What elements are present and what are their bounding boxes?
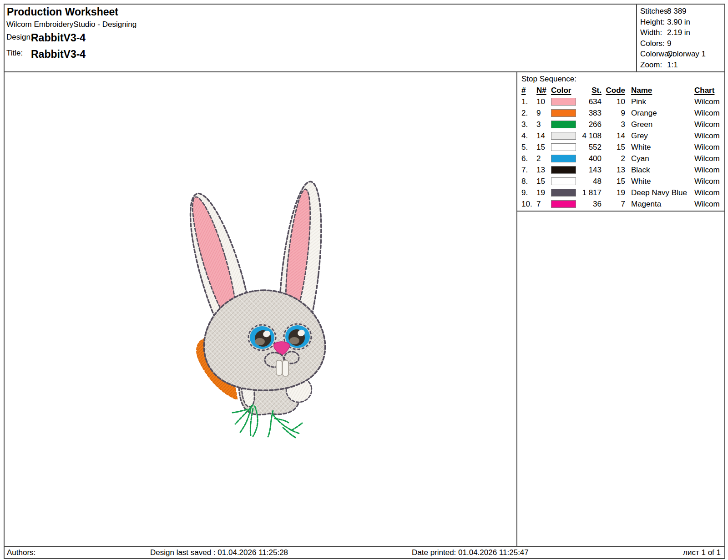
row-stitches: 400 [579,153,602,164]
row-n: 3 [536,119,551,130]
stop-sequence-table: # N# Color St. Code Name Chart 1. 10 634… [521,85,724,210]
row-n: 2 [536,153,551,164]
row-code: 2 [602,153,625,164]
row-chart: Wilcom [693,153,724,164]
row-stitches: 4 108 [579,130,602,141]
row-color [551,107,579,119]
stat-zoom-label: Zoom: [640,60,667,71]
row-code: 15 [602,141,625,153]
row-color-name: Pink [625,96,693,107]
row-chart: Wilcom [693,198,724,210]
row-color-name: Grey [625,130,693,141]
rabbit-teeth [276,360,288,376]
col-header-n: N# [536,85,551,96]
page-title: Production Worksheet [7,6,118,18]
color-swatch [551,143,576,151]
row-color [551,187,579,198]
row-n: 15 [536,176,551,187]
col-header-code: Code [602,85,625,96]
row-code: 14 [602,130,625,141]
stat-colors: Colors:9 [640,38,724,49]
color-swatch [551,121,576,128]
production-worksheet-page: { "header": { "title": "Production Works… [0,0,728,560]
col-header-name: Name [625,85,693,96]
row-num: 7. [521,164,536,176]
stop-sequence-panel: Stop Sequence: # N# Color St. Code Name … [516,72,724,546]
stat-colorway-label: Colorway: [640,49,667,60]
color-swatch [551,166,576,174]
stat-stitches-label: Stitches: [640,6,667,17]
row-n: 13 [536,164,551,176]
stat-width-label: Width: [640,27,667,38]
color-swatch [551,177,576,185]
row-chart: Wilcom [693,107,724,119]
row-color-name: Deep Navy Blue [625,187,693,198]
color-swatch [551,155,576,162]
row-num: 2. [521,107,536,119]
row-stitches: 143 [579,164,602,176]
row-color-name: Cyan [625,153,693,164]
row-code: 3 [602,119,625,130]
color-swatch [551,109,576,117]
title-name: RabbitV3-4 [31,48,86,61]
design-stats-panel: Stitches:8 389 Height:3.90 in Width:2.19… [636,5,724,71]
row-n: 9 [536,107,551,119]
row-stitches: 552 [579,141,602,153]
row-color [551,130,579,141]
app-subtitle: Wilcom EmbroideryStudio - Designing [6,20,136,29]
row-chart: Wilcom [693,96,724,107]
color-swatch [551,189,576,197]
row-num: 4. [521,130,536,141]
row-color [551,164,579,176]
row-stitches: 383 [579,107,602,119]
color-swatch [551,200,576,208]
row-code: 7 [602,198,625,210]
row-chart: Wilcom [693,119,724,130]
design-canvas [5,72,516,546]
row-num: 9. [521,187,536,198]
row-num: 1. [521,96,536,107]
stat-colorway-value: Colorway 1 [667,50,706,58]
row-n: 10 [536,96,551,107]
stat-height-value: 3.90 in [667,18,690,26]
row-color-name: Green [625,119,693,130]
row-stitches: 48 [579,176,602,187]
row-color-name: White [625,176,693,187]
row-color [551,176,579,187]
stat-width-value: 2.19 in [667,28,690,37]
row-num: 8. [521,176,536,187]
stat-zoom: Zoom:1:1 [640,60,724,71]
row-n: 15 [536,141,551,153]
row-stitches: 1 817 [579,187,602,198]
stop-sequence-box: Stop Sequence: # N# Color St. Code Name … [517,72,724,212]
stat-stitches-value: 8 389 [667,7,687,15]
row-num: 3. [521,119,536,130]
row-color [551,198,579,210]
stat-height-label: Height: [640,17,667,28]
row-num: 10. [521,198,536,210]
stat-zoom-value: 1:1 [667,61,678,69]
color-swatch [551,98,576,106]
col-header-chart: Chart [693,85,724,96]
row-color [551,119,579,130]
stat-height: Height:3.90 in [640,17,724,28]
authors-label: Authors: [7,547,35,558]
row-color-name: Magenta [625,198,693,210]
last-saved-text: Design last saved : 01.04.2026 11:25:28 [150,547,288,558]
design-label: Design: [6,33,33,42]
design-name: RabbitV3-4 [31,32,86,44]
row-n: 7 [536,198,551,210]
row-chart: Wilcom [693,130,724,141]
stop-sequence-title: Stop Sequence: [521,74,724,85]
stat-colorway: Colorway:Colorway 1 [640,49,724,60]
row-color [551,96,579,107]
row-stitches: 634 [579,96,602,107]
embroidery-design-rabbit [182,177,332,440]
row-chart: Wilcom [693,141,724,153]
row-n: 14 [536,130,551,141]
row-color [551,141,579,153]
row-code: 15 [602,176,625,187]
row-chart: Wilcom [693,164,724,176]
footer-bar: Authors: Design last saved : 01.04.2026 … [5,546,724,558]
row-color-name: Orange [625,107,693,119]
